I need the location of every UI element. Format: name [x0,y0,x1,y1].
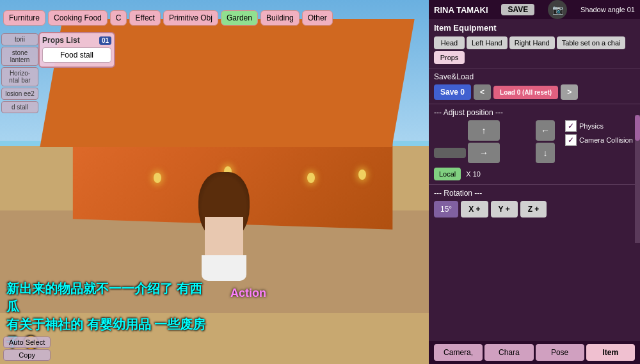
adjust-position-section: --- Adjust position --- ↑ ← → ↓ ✓ Physic… [429,104,640,184]
camera-tab[interactable]: Camera, [434,344,483,361]
right-arrow-button[interactable]: → [468,143,500,163]
prev-save-button[interactable]: < [474,84,491,100]
nav-btn-cooking-food[interactable]: Cooking Food [48,10,108,26]
camera-icon: 📷 [548,0,567,19]
physics-label: Physics [579,122,604,130]
nav-btn-other[interactable]: Other [302,10,333,26]
left-sidebar: torii stone lantern Horizo-ntal bar losi… [0,32,40,115]
adjust-arrows: ↑ ← → ↓ [434,120,555,165]
item-equipment: Item Equipment Head Left Hand Right Hand… [429,19,640,68]
degree-indicator: 15° [434,201,458,218]
props-title: Props List [42,36,80,45]
props-header: Props List 01 [42,36,111,45]
right-panel: RINA TAMAKI SAVE 📷 Shadow angle 01 Item … [429,0,640,364]
auto-select-button[interactable]: Auto Select [3,336,51,348]
chara-tab[interactable]: Chara [484,344,533,361]
top-nav: Furniture Cooking Food C Effect Primitiv… [0,0,429,35]
rotation-section: --- Rotation --- 15° X + Y + Z + [429,184,640,221]
action-label: Action [230,287,266,300]
x10-label: X 10 [466,170,481,178]
equip-tab-table[interactable]: Table set on a chai [557,36,626,49]
scroll-thumb[interactable] [635,115,640,141]
save-load-row: Save 0 < Load 0 (All reset) > [434,84,635,100]
lantern [358,170,366,180]
load-0-button[interactable]: Load 0 (All reset) [493,86,558,99]
sidebar-item-stone-lantern[interactable]: stone lantern [1,47,38,66]
nav-btn-building[interactable]: Building [260,10,300,26]
item-equipment-title: Item Equipment [434,23,635,33]
nav-btn-garden[interactable]: Garden [221,10,258,26]
physics-checkbox-item: ✓ Physics [565,120,633,132]
up-arrow-button[interactable]: ↑ [468,120,500,141]
save-button[interactable]: SAVE [501,4,534,15]
camera-collision-label: Camera Collision [579,136,633,144]
rotation-controls: 15° X + Y + Z + [434,201,635,218]
rotation-title: --- Rotation --- [434,189,635,198]
equip-tab-head[interactable]: Head [434,36,465,49]
char-skirt [202,255,246,281]
x-plus-button[interactable]: X + [461,201,488,218]
sidebar-item-horizontal-bar[interactable]: Horizo-ntal bar [1,67,38,86]
left-arrow-button[interactable]: ← [536,120,555,141]
adjust-position-title: --- Adjust position --- [434,108,635,117]
down-arrow-button[interactable]: ↓ [536,143,555,163]
save-load-title: Save&Load [434,72,635,81]
props-item-food-stall[interactable]: Food stall [42,47,111,63]
scroll-bar[interactable] [635,115,640,243]
lantern [307,173,315,183]
nav-btn-primitive-obj[interactable]: Primitive Obj [163,10,218,26]
player-name: RINA TAMAKI [434,5,488,15]
lantern [154,173,161,183]
camera-collision-checkbox-item: ✓ Camera Collision [565,134,633,146]
camera-collision-checkbox[interactable]: ✓ [565,134,577,146]
bottom-left-buttons: Auto Select Copy [3,336,51,361]
shadow-info: Shadow angle 01 [580,6,635,13]
nav-btn-effect[interactable]: Effect [129,10,160,26]
y-plus-button[interactable]: Y + [491,201,518,218]
props-badge: 01 [99,36,111,45]
subtitle-line1: 新出来的物品就不一一介绍了 有西瓜 [6,280,211,315]
local-button[interactable]: Local [434,168,461,180]
character [192,172,256,287]
sidebar-item-losion-ee2[interactable]: losion ee2 [1,88,38,100]
nav-btn-furniture[interactable]: Furniture [3,10,45,26]
save-load-section: Save&Load Save 0 < Load 0 (All reset) > [429,68,640,104]
right-top-bar: RINA TAMAKI SAVE 📷 Shadow angle 01 [429,0,640,19]
equip-tab-props[interactable]: Props [434,51,465,64]
physics-checkbox[interactable]: ✓ [565,120,577,132]
center-button[interactable] [434,148,466,158]
save-0-button[interactable]: Save 0 [434,84,471,100]
sidebar-item-d-stall[interactable]: d stall [1,101,38,113]
equip-tab-left-hand[interactable]: Left Hand [467,36,508,49]
pose-tab[interactable]: Pose [536,344,584,361]
props-panel: Props List 01 Food stall [38,32,115,68]
item-tab[interactable]: Item [586,344,635,361]
equip-tab-right-hand[interactable]: Right Hand [509,36,555,49]
next-save-button[interactable]: > [561,84,578,100]
bottom-tabs: Camera, Chara Pose Item [429,341,640,364]
checkboxes: ✓ Physics ✓ Camera Collision [560,120,633,165]
copy-button[interactable]: Copy [3,349,51,361]
z-plus-button[interactable]: Z + [520,201,547,218]
nav-btn-c[interactable]: C [110,10,127,26]
equipment-tabs: Head Left Hand Right Hand Table set on a… [434,36,635,64]
